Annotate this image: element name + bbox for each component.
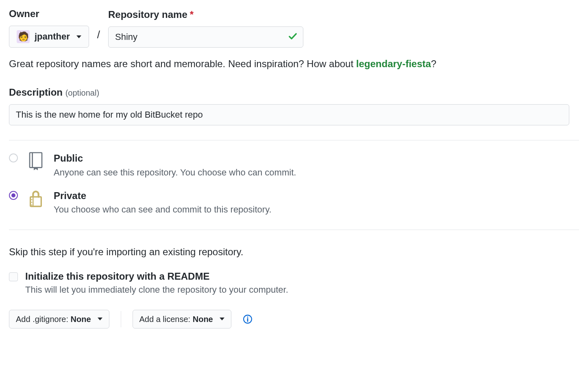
- visibility-option-public: Public Anyone can see this repository. Y…: [9, 152, 579, 177]
- caret-down-icon: [98, 318, 102, 320]
- description-label: Description (optional): [9, 86, 579, 99]
- skip-helper-text: Skip this step if you're importing an ex…: [9, 246, 579, 258]
- vertical-divider: [121, 311, 121, 327]
- suggestion-link[interactable]: legendary-fiesta: [356, 58, 431, 69]
- owner-column: Owner 🧑 jpanther: [9, 7, 89, 48]
- svg-point-8: [31, 202, 33, 203]
- svg-rect-0: [30, 153, 42, 168]
- private-description: You choose who can see and commit to thi…: [54, 204, 272, 215]
- divider: [9, 230, 579, 230]
- caret-down-icon: [76, 35, 81, 38]
- owner-username: jpanther: [35, 31, 70, 43]
- repo-name-label: Repository name*: [108, 8, 303, 21]
- info-icon[interactable]: [243, 314, 253, 324]
- public-title: Public: [54, 152, 296, 164]
- owner-repo-row: Owner 🧑 jpanther / Repository name*: [9, 7, 579, 48]
- caret-down-icon: [220, 318, 224, 320]
- repo-name-helper: Great repository names are short and mem…: [9, 57, 579, 71]
- check-icon: [288, 31, 298, 43]
- readme-description: This will let you immediately clone the …: [25, 285, 288, 295]
- svg-point-7: [31, 199, 33, 200]
- repo-icon: [27, 151, 45, 171]
- divider: [9, 140, 579, 140]
- private-title: Private: [54, 189, 272, 202]
- readme-title: Initialize this repository with a README: [25, 271, 288, 282]
- repo-name-input-wrap: [108, 26, 303, 48]
- svg-point-9: [31, 204, 33, 206]
- private-radio[interactable]: [9, 191, 18, 200]
- visibility-option-private: Private You choose who can see and commi…: [9, 189, 579, 215]
- svg-point-12: [247, 316, 248, 318]
- repo-name-column: Repository name*: [108, 8, 303, 48]
- public-description: Anyone can see this repository. You choo…: [54, 167, 296, 178]
- bottom-dropdowns-row: Add .gitignore: None Add a license: None: [9, 310, 579, 329]
- owner-label: Owner: [9, 7, 89, 20]
- required-asterisk: *: [190, 9, 194, 20]
- gitignore-dropdown[interactable]: Add .gitignore: None: [9, 310, 109, 329]
- repo-name-input[interactable]: [108, 26, 303, 48]
- description-input[interactable]: [9, 104, 569, 125]
- public-radio[interactable]: [9, 153, 18, 162]
- lock-icon: [27, 188, 45, 208]
- readme-option: Initialize this repository with a README…: [9, 271, 579, 295]
- owner-avatar: 🧑: [17, 30, 30, 43]
- new-repo-form: Owner 🧑 jpanther / Repository name* Grea…: [0, 0, 588, 345]
- readme-checkbox[interactable]: [9, 272, 18, 281]
- license-dropdown[interactable]: Add a license: None: [133, 310, 231, 329]
- path-separator: /: [96, 26, 101, 48]
- description-section: Description (optional): [9, 86, 579, 125]
- owner-select-button[interactable]: 🧑 jpanther: [9, 26, 89, 48]
